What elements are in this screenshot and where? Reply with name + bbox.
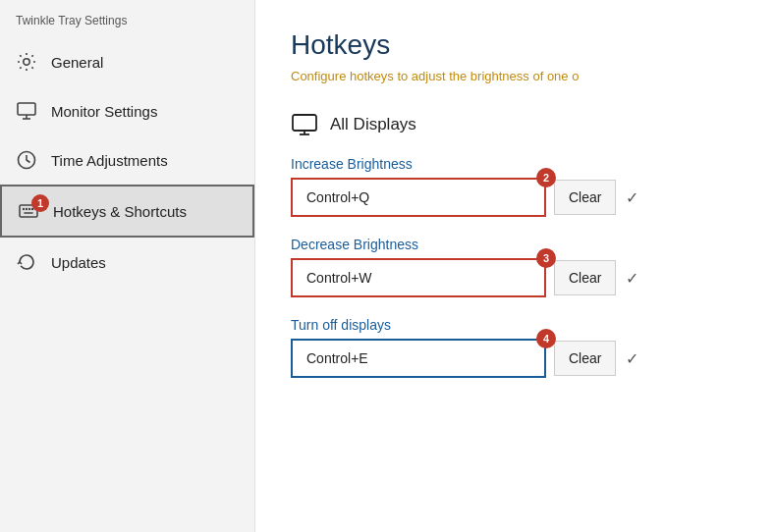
- checkmark-decrease: ✓: [626, 269, 638, 288]
- hotkey-row-decrease: 3 Clear ✓: [291, 258, 739, 297]
- clear-button-increase[interactable]: Clear: [554, 180, 616, 215]
- hotkey-group-increase: Increase Brightness 2 Clear ✓: [291, 156, 739, 217]
- hotkey-input-turnoff[interactable]: [291, 339, 546, 378]
- sidebar-item-label: Updates: [51, 254, 106, 271]
- sidebar-item-label: Monitor Settings: [51, 103, 157, 120]
- hotkey-row-increase: 2 Clear ✓: [291, 178, 739, 217]
- hotkey-badge-decrease: 3: [536, 248, 556, 268]
- sidebar-item-label: Time Adjustments: [51, 152, 168, 169]
- clear-button-decrease[interactable]: Clear: [554, 260, 616, 295]
- all-displays-icon: [291, 111, 318, 138]
- page-subtitle: Configure hotkeys to adjust the brightne…: [291, 69, 739, 83]
- svg-rect-11: [293, 115, 316, 131]
- sidebar-item-label: Hotkeys & Shortcuts: [53, 203, 187, 220]
- app-title: Twinkle Tray Settings: [0, 0, 254, 37]
- hotkey-label-turnoff: Turn off displays: [291, 317, 739, 333]
- sidebar-item-monitor-settings[interactable]: Monitor Settings: [0, 86, 254, 135]
- section-header: All Displays: [291, 111, 739, 138]
- monitor-icon: [16, 100, 37, 122]
- hotkey-group-turnoff: Turn off displays 4 Clear ✓: [291, 317, 739, 378]
- sidebar-item-hotkeys[interactable]: 1 Hotkeys & Shortcuts: [0, 185, 254, 238]
- sidebar-item-label: General: [51, 54, 103, 71]
- page-title: Hotkeys: [291, 29, 739, 61]
- main-content: Hotkeys Configure hotkeys to adjust the …: [255, 0, 774, 532]
- hotkeys-badge: 1: [31, 194, 49, 212]
- svg-point-0: [24, 59, 29, 65]
- hotkey-label-increase: Increase Brightness: [291, 156, 739, 172]
- hotkey-input-decrease[interactable]: [291, 258, 546, 297]
- hotkey-badge-increase: 2: [536, 168, 556, 187]
- section-label: All Displays: [330, 115, 416, 134]
- sidebar-item-time-adjustments[interactable]: Time Adjustments: [0, 135, 254, 185]
- checkmark-increase: ✓: [626, 188, 638, 207]
- svg-rect-1: [18, 103, 35, 115]
- sidebar: Twinkle Tray Settings General Monitor Se…: [0, 0, 255, 532]
- sidebar-item-general[interactable]: General: [0, 37, 254, 86]
- hotkey-group-decrease: Decrease Brightness 3 Clear ✓: [291, 237, 739, 297]
- gear-icon: [16, 51, 37, 73]
- hotkey-badge-turnoff: 4: [536, 329, 556, 348]
- clear-button-turnoff[interactable]: Clear: [554, 341, 616, 376]
- checkmark-turnoff: ✓: [626, 349, 638, 368]
- sidebar-item-updates[interactable]: Updates: [0, 238, 254, 287]
- hotkey-row-turnoff: 4 Clear ✓: [291, 339, 739, 378]
- update-icon: [16, 251, 37, 273]
- hotkey-input-increase[interactable]: [291, 178, 546, 217]
- hotkey-label-decrease: Decrease Brightness: [291, 237, 739, 252]
- clock-icon: [16, 149, 37, 171]
